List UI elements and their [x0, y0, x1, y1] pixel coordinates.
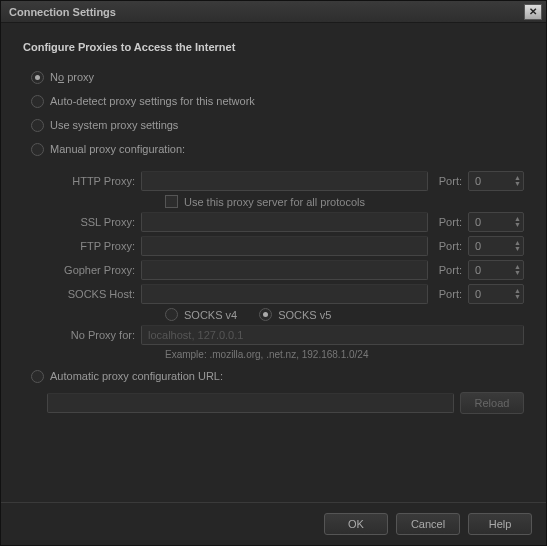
radio-no-proxy[interactable]: No proxy — [31, 68, 524, 86]
radio-label: No proxy — [50, 71, 94, 83]
gopher-proxy-label: Gopher Proxy: — [47, 264, 135, 276]
port-value: 0 — [475, 175, 481, 187]
radio-auto-config-url[interactable]: Automatic proxy configuration URL: — [31, 367, 524, 385]
button-label: Reload — [475, 397, 510, 409]
socks-host-row: SOCKS Host: Port: 0 ▲▼ — [47, 284, 524, 304]
http-proxy-label: HTTP Proxy: — [47, 175, 135, 187]
radio-icon — [31, 143, 44, 156]
radio-label: Automatic proxy configuration URL: — [50, 370, 223, 382]
window-title: Connection Settings — [9, 6, 524, 18]
spinner-arrows-icon: ▲▼ — [514, 288, 521, 300]
manual-proxy-group: HTTP Proxy: Port: 0 ▲▼ Use this proxy se… — [47, 167, 524, 364]
button-label: Help — [489, 518, 512, 530]
ssl-port-spinner[interactable]: 0 ▲▼ — [468, 212, 524, 232]
radio-manual-proxy[interactable]: Manual proxy configuration: — [31, 140, 524, 158]
close-button[interactable]: ✕ — [524, 4, 542, 20]
socks-host-label: SOCKS Host: — [47, 288, 135, 300]
titlebar: Connection Settings ✕ — [1, 1, 546, 23]
gopher-proxy-row: Gopher Proxy: Port: 0 ▲▼ — [47, 260, 524, 280]
radio-icon — [31, 370, 44, 383]
auto-config-url-input[interactable] — [47, 393, 454, 413]
spinner-arrows-icon: ▲▼ — [514, 240, 521, 252]
button-label: Cancel — [411, 518, 445, 530]
content-area: Configure Proxies to Access the Internet… — [1, 23, 546, 502]
socks-v5-radio[interactable]: SOCKS v5 — [278, 309, 331, 321]
port-value: 0 — [475, 240, 481, 252]
ssl-proxy-label: SSL Proxy: — [47, 216, 135, 228]
socks-port-spinner[interactable]: 0 ▲▼ — [468, 284, 524, 304]
ssl-proxy-input[interactable] — [141, 212, 428, 232]
ftp-port-spinner[interactable]: 0 ▲▼ — [468, 236, 524, 256]
socks-host-input[interactable] — [141, 284, 428, 304]
gopher-port-spinner[interactable]: 0 ▲▼ — [468, 260, 524, 280]
port-label: Port: — [434, 175, 462, 187]
port-label: Port: — [434, 216, 462, 228]
cancel-button[interactable]: Cancel — [396, 513, 460, 535]
port-value: 0 — [475, 264, 481, 276]
socks-version-row: SOCKS v4 SOCKS v5 — [165, 308, 524, 321]
no-proxy-example: Example: .mozilla.org, .net.nz, 192.168.… — [165, 349, 524, 360]
close-icon: ✕ — [529, 6, 537, 17]
port-value: 0 — [475, 216, 481, 228]
http-proxy-input[interactable] — [141, 171, 428, 191]
radio-icon — [165, 308, 178, 321]
ssl-proxy-row: SSL Proxy: Port: 0 ▲▼ — [47, 212, 524, 232]
port-label: Port: — [434, 288, 462, 300]
ftp-proxy-input[interactable] — [141, 236, 428, 256]
section-title: Configure Proxies to Access the Internet — [23, 41, 524, 53]
radio-system-proxy[interactable]: Use system proxy settings — [31, 116, 524, 134]
spinner-arrows-icon: ▲▼ — [514, 264, 521, 276]
no-proxy-for-input[interactable] — [141, 325, 524, 345]
radio-icon — [31, 71, 44, 84]
socks-v4-radio[interactable]: SOCKS v4 — [184, 309, 237, 321]
ok-button[interactable]: OK — [324, 513, 388, 535]
checkbox-icon — [165, 195, 178, 208]
radio-icon — [31, 119, 44, 132]
help-button[interactable]: Help — [468, 513, 532, 535]
radio-label: Use system proxy settings — [50, 119, 178, 131]
radio-label: Manual proxy configuration: — [50, 143, 185, 155]
use-for-all-checkbox-row[interactable]: Use this proxy server for all protocols — [165, 195, 524, 208]
no-proxy-for-row: No Proxy for: — [47, 325, 524, 345]
port-label: Port: — [434, 240, 462, 252]
port-label: Port: — [434, 264, 462, 276]
http-proxy-row: HTTP Proxy: Port: 0 ▲▼ — [47, 171, 524, 191]
no-proxy-for-label: No Proxy for: — [47, 329, 135, 341]
http-port-spinner[interactable]: 0 ▲▼ — [468, 171, 524, 191]
button-label: OK — [348, 518, 364, 530]
connection-settings-window: Connection Settings ✕ Configure Proxies … — [0, 0, 547, 546]
gopher-proxy-input[interactable] — [141, 260, 428, 280]
spinner-arrows-icon: ▲▼ — [514, 216, 521, 228]
port-value: 0 — [475, 288, 481, 300]
reload-button[interactable]: Reload — [460, 392, 524, 414]
radio-icon — [31, 95, 44, 108]
checkbox-label: Use this proxy server for all protocols — [184, 196, 365, 208]
spinner-arrows-icon: ▲▼ — [514, 175, 521, 187]
ftp-proxy-row: FTP Proxy: Port: 0 ▲▼ — [47, 236, 524, 256]
ftp-proxy-label: FTP Proxy: — [47, 240, 135, 252]
dialog-footer: OK Cancel Help — [1, 502, 546, 545]
auto-config-url-row: Reload — [47, 392, 524, 414]
radio-label: Auto-detect proxy settings for this netw… — [50, 95, 255, 107]
radio-auto-detect[interactable]: Auto-detect proxy settings for this netw… — [31, 92, 524, 110]
radio-icon — [259, 308, 272, 321]
